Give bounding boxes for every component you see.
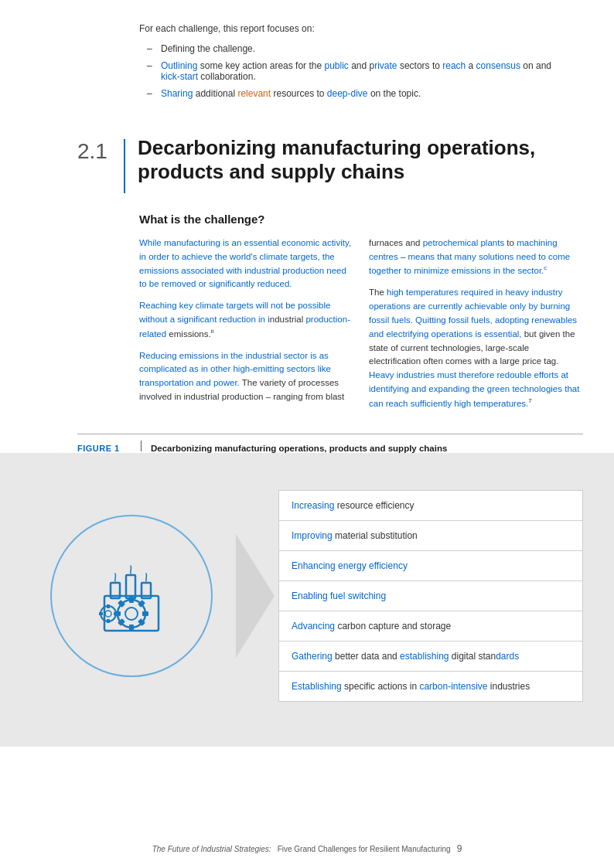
arrow-shape (236, 534, 275, 658)
list-item-2: Improving material substitution (279, 521, 582, 551)
challenge-para-2: Reaching key climate targets will not be… (139, 299, 353, 341)
focus-item-2: Outlining some key action areas for the … (147, 60, 568, 82)
svg-rect-17 (107, 619, 110, 623)
list-item-1-text: Increasing resource efficiency (292, 500, 414, 511)
bottom-section: Increasing resource efficiency Improving… (0, 453, 614, 747)
svg-rect-18 (99, 612, 103, 615)
focus-item-2-text: Outlining some key action areas for the … (161, 60, 551, 82)
list-item-6: Gathering better data and establishing d… (279, 642, 582, 672)
list-item-3-text: Enhancing energy efficiency (292, 560, 408, 571)
svg-point-5 (125, 608, 138, 620)
footer: The Future of Industrial Strategies: Fiv… (0, 843, 614, 854)
figure-row: FIGURE 1 Decarbonizing manufacturing ope… (77, 434, 583, 453)
intro-focus-text: For each challenge, this report focuses … (139, 23, 568, 34)
list-item-5: Advancing carbon capture and storage (279, 611, 582, 642)
page-number: 9 (457, 843, 462, 854)
svg-rect-7 (129, 625, 134, 631)
footer-subtitle: Five Grand Challenges for Resilient Manu… (278, 845, 451, 853)
factory-svg-icon (81, 546, 182, 646)
list-item-7-text: Establishing specific actions in carbon-… (292, 681, 530, 692)
figure-label: FIGURE 1 (77, 444, 131, 453)
list-item-1: Increasing resource efficiency (279, 491, 582, 521)
challenge-col-right: furnaces and petrochemical plants to mac… (369, 237, 583, 418)
list-item-4-text: Enabling fuel switching (292, 591, 386, 601)
svg-rect-19 (114, 612, 118, 615)
challenge-heading: What is the challenge? (139, 213, 583, 226)
svg-rect-9 (142, 611, 148, 616)
list-item-5-text: Advancing carbon capture and storage (292, 621, 451, 631)
list-item-7: Establishing specific actions in carbon-… (279, 672, 582, 701)
footer-title: The Future of Industrial Strategies: (152, 845, 271, 853)
circle-area (31, 515, 232, 677)
section-number: 2.1 (77, 136, 124, 164)
focus-item-3-text: Sharing additional relevant resources to… (161, 88, 421, 99)
svg-rect-16 (107, 604, 110, 608)
section-21-header: 2.1 Decarbonizing manufacturing operatio… (0, 121, 614, 201)
list-item-3: Enhancing energy efficiency (279, 551, 582, 581)
factory-circle (50, 515, 213, 677)
items-list: Increasing resource efficiency Improving… (278, 490, 583, 702)
challenge-para-4: furnaces and petrochemical plants to mac… (369, 237, 583, 278)
svg-rect-2 (126, 575, 135, 598)
challenge-para-5: The high temperatures required in heavy … (369, 286, 583, 410)
svg-point-15 (105, 611, 111, 617)
challenge-para-3: Reducing emissions in the industrial sec… (139, 349, 353, 404)
focus-item-1: Defining the challenge. (147, 43, 568, 54)
challenge-col-left: While manufacturing is an essential econ… (139, 237, 353, 418)
section-divider (124, 139, 125, 193)
focus-list: Defining the challenge. Outlining some k… (147, 43, 568, 99)
section-title: Decarbonizing manufacturing operations, … (138, 136, 583, 184)
challenge-section: What is the challenge? While manufacturi… (0, 201, 614, 426)
list-item-6-text: Gathering better data and establishing d… (292, 651, 519, 662)
challenge-columns: While manufacturing is an essential econ… (139, 237, 583, 418)
arrow-area (232, 534, 278, 658)
challenge-para-1: While manufacturing is an essential econ… (139, 237, 353, 291)
svg-rect-6 (129, 597, 134, 603)
list-item-4: Enabling fuel switching (279, 581, 582, 611)
focus-item-3: Sharing additional relevant resources to… (147, 88, 568, 99)
figure-caption: Decarbonizing manufacturing operations, … (151, 444, 447, 453)
focus-item-1-text: Defining the challenge. (161, 43, 255, 54)
list-item-2-text: Improving material substitution (292, 530, 418, 541)
